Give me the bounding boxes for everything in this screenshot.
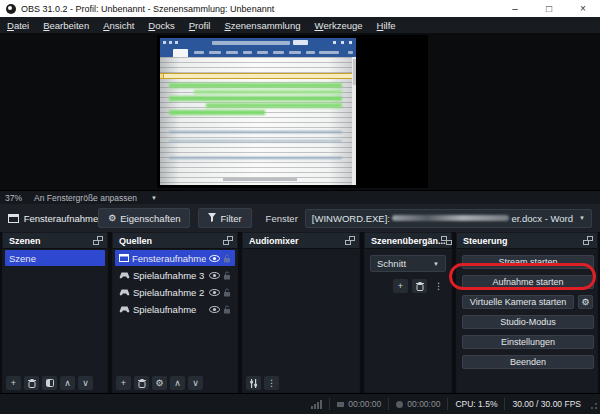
program-canvas[interactable] [157, 35, 428, 188]
window-select-label: Fenster [266, 213, 298, 224]
menu-bearbeiten[interactable]: Bearbeiten [36, 17, 96, 33]
menu-hilfe[interactable]: Hilfe [370, 17, 403, 33]
lock-icon[interactable] [223, 271, 231, 280]
move-scene-up-button[interactable]: ∧ [60, 376, 75, 390]
fit-to-window-label[interactable]: An Fenstergröße anpassen [34, 193, 137, 203]
green-highlight-line [194, 90, 342, 94]
lock-icon[interactable] [223, 305, 231, 314]
blue-rule-line [169, 157, 342, 159]
source-list-item[interactable]: Spielaufnahme 3 [115, 267, 235, 283]
mixer-dock-header: Audiomixer [243, 233, 359, 249]
mixer-settings-icon[interactable] [246, 376, 261, 390]
transition-more-button[interactable]: ⋮ [431, 279, 446, 293]
fps-indicator: 30.00 / 30.00 FPS [512, 399, 581, 409]
menu-ansicht[interactable]: Ansicht [96, 17, 141, 33]
move-source-down-button[interactable]: ∨ [188, 376, 203, 390]
source-list-item[interactable]: Spielaufnahme 2 [115, 284, 235, 300]
popout-icon[interactable] [223, 236, 233, 245]
dock-area: Szenen Szene + ∧ ∨ [0, 232, 600, 393]
visibility-eye-icon[interactable] [209, 272, 220, 279]
menu-docks[interactable]: Docks [141, 17, 181, 33]
settings-button[interactable]: Einstellungen [462, 335, 594, 349]
remove-scene-button[interactable] [24, 376, 39, 390]
visibility-eye-icon[interactable] [209, 255, 220, 262]
chevron-down-icon: ▼ [433, 261, 439, 267]
scenes-toolbar: + ∧ ∨ [3, 374, 107, 392]
scene-filters-button[interactable] [42, 376, 57, 390]
source-list-item[interactable]: Fensteraufnahme [115, 250, 235, 266]
controls-body: Stream starten Aufnahme starten Virtuell… [457, 249, 597, 392]
source-properties-button[interactable]: ⚙ [152, 376, 167, 390]
zoom-percent: 37% [5, 193, 22, 203]
properties-button[interactable]: ⚙ Eigenschaften [98, 208, 190, 228]
popout-icon[interactable] [345, 236, 355, 245]
blue-rule-line [169, 140, 342, 142]
word-share-box [293, 40, 308, 45]
obs-logo-icon [6, 4, 16, 14]
mixer-more-button[interactable]: ⋮ [264, 376, 279, 390]
exit-button[interactable]: Beenden [462, 355, 594, 369]
mixer-dock: Audiomixer ⋮ [242, 232, 360, 393]
lock-icon[interactable] [223, 254, 231, 263]
green-highlight-line [206, 103, 342, 108]
maximize-button[interactable]: □ [532, 0, 566, 17]
start-recording-button[interactable]: Aufnahme starten [462, 275, 594, 289]
visibility-eye-icon[interactable] [209, 306, 220, 313]
preview-area[interactable] [0, 33, 600, 190]
remove-transition-button[interactable] [412, 279, 427, 293]
record-status-icon [396, 401, 403, 408]
close-button[interactable]: × [566, 0, 600, 17]
gamepad-icon [119, 272, 130, 279]
stream-timer: 00:00:00 [337, 399, 381, 409]
word-scrollbar [352, 57, 356, 185]
virtual-camera-settings-button[interactable]: ⚙ [578, 295, 593, 309]
filter-button[interactable]: Filter [198, 208, 251, 228]
remove-source-button[interactable] [134, 376, 149, 390]
window-title: OBS 31.0.2 - Profil: Unbenannt - Szenens… [21, 4, 498, 14]
source-list-item[interactable]: Spielaufnahme [115, 301, 235, 317]
mixer-toolbar: ⋮ [243, 374, 359, 392]
green-highlight-line [169, 110, 265, 115]
menu-szenensammlung[interactable]: Szenensammlung [217, 17, 307, 33]
move-source-up-button[interactable]: ∧ [170, 376, 185, 390]
transition-combobox[interactable]: Schnitt ▼ [370, 255, 446, 272]
highlighted-table-row [161, 73, 355, 79]
window-select-combobox[interactable]: [WINWORD.EXE]: er.docx - Word ▼ [305, 209, 592, 228]
scene-list-item[interactable]: Szene [5, 250, 105, 266]
menu-bar: Datei Bearbeiten Ansicht Docks Profil Sz… [0, 17, 600, 33]
preview-zoom-row: 37% An Fenstergröße anpassen ▼ [0, 190, 600, 204]
window-capture-icon [119, 254, 129, 262]
start-streaming-button[interactable]: Stream starten [462, 255, 594, 269]
visibility-eye-icon[interactable] [209, 289, 220, 296]
add-source-button[interactable]: + [116, 376, 131, 390]
sources-dock-header: Quellen [113, 233, 237, 249]
filter-icon [208, 213, 216, 224]
chevron-down-icon[interactable]: ▼ [151, 195, 157, 201]
popout-icon[interactable] [583, 236, 593, 245]
menu-profil[interactable]: Profil [182, 17, 218, 33]
resize-grip[interactable] [587, 399, 597, 409]
lock-icon[interactable] [223, 288, 231, 297]
captured-word-window [160, 38, 356, 185]
scenes-list: Szene [3, 249, 107, 374]
transitions-toolbar: + ⋮ [365, 279, 446, 293]
move-scene-down-button[interactable]: ∨ [78, 376, 93, 390]
blue-rule-line [169, 131, 342, 133]
sources-toolbar: + ⚙ ∧ ∨ [113, 374, 237, 392]
popout-icon[interactable] [446, 236, 447, 245]
word-title-bar [160, 38, 356, 47]
studio-mode-button[interactable]: Studio-Modus [462, 315, 594, 329]
add-transition-button[interactable]: + [393, 279, 408, 293]
controls-dock: Steuerung Stream starten Aufnahme starte… [456, 232, 598, 393]
menu-datei[interactable]: Datei [0, 17, 36, 33]
mixer-body [243, 249, 359, 374]
record-timer: 00:00:00 [396, 399, 440, 409]
start-virtual-camera-button[interactable]: Virtuelle Kamera starten [462, 295, 574, 309]
menu-werkzeuge[interactable]: Werkzeuge [307, 17, 369, 33]
popout-icon[interactable] [93, 236, 103, 245]
minimize-button[interactable]: – [498, 0, 532, 17]
word-ribbon-tabs [160, 47, 356, 57]
sources-list: Fensteraufnahme Spielaufnahme 3 [113, 249, 237, 374]
word-selected-tab [173, 49, 188, 57]
add-scene-button[interactable]: + [6, 376, 21, 390]
